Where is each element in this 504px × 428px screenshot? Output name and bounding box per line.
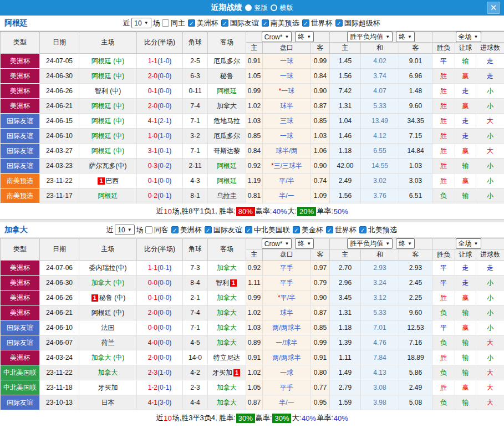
handicap-value: 一球 [280,72,293,80]
result-handicap: 输 [455,54,476,69]
recent-count-select[interactable]: 10 [131,18,151,28]
horizontal-radio-label[interactable]: 横版 [280,3,293,13]
avg-win-odds: 1.46 [330,129,361,144]
avg-win-odds: 1.56 [330,69,361,84]
home-team: 加拿大 [79,365,137,380]
avg-lose-odds: 5.86 [399,365,432,380]
home-team: 阿根廷 (中) [79,114,137,129]
competition-badge: 美洲杯 [1,69,40,84]
halftime-score: (0-1) [157,384,171,391]
competition-checkbox[interactable]: ✓ [171,226,179,233]
avg-time-select[interactable]: 终 [396,238,415,249]
same-venue-checkbox[interactable] [145,226,152,233]
vertical-radio[interactable] [245,4,252,11]
corners: 2-11 [183,159,208,174]
odds-time-select[interactable]: 终 [295,238,314,249]
home-team: 加拿大 (中) [79,350,137,365]
col-header-away: 客场 [208,238,246,261]
halftime-score: (0-0) [157,294,171,302]
avg-odds-select[interactable]: 胜平负均值 [347,32,393,42]
same-venue-label: 同主 [171,18,185,28]
away-team: 危地马拉 [208,114,246,129]
avg-odds-select[interactable]: 胜平负均值 [347,238,393,249]
col-header-handicap: 盘口 [263,43,311,54]
recent-count-select[interactable]: 10 [115,225,134,235]
competition-checkbox[interactable]: ✓ [221,19,228,27]
away-odds: 0.97 [311,261,330,276]
col-header-result: 胜负 [432,43,455,54]
halftime-score: (0-0) [157,309,171,317]
competition-label: 国际友谊 [213,225,242,235]
fulltime-score: 0-0 [148,279,157,287]
col-header-let: 让球 [455,43,476,54]
avg-lose-odds: 2.25 [399,291,432,305]
home-team-name: 加拿大 [98,369,118,376]
scope-select[interactable]: 全场 [456,238,481,249]
summary-part: 40% [272,207,287,216]
halftime-score: (0-1) [157,147,171,155]
summary-part: 80% [236,207,255,216]
avg-lose-odds: 9.01 [399,54,432,69]
away-team-name: 危地马拉 [213,117,240,125]
competition-badge: 美洲杯 [1,291,40,305]
competition-checkbox[interactable]: ✓ [302,19,309,27]
avg-draw-odds: 7.84 [361,350,399,365]
home-odds: 0.85 [246,129,263,144]
col-header-goals: 进球数 [476,249,504,261]
competition-checkbox[interactable]: ✓ [326,226,333,233]
match-date: 23-11-17 [40,188,79,203]
same-venue-checkbox[interactable] [162,19,169,27]
competition-checkbox[interactable]: ✓ [188,19,195,27]
avg-win-odds: 1.31 [330,99,361,114]
match-row: 国际友谊24-06-10阿根廷 (中)1-0(1-0)3-2厄瓜多尔0.85一球… [1,129,504,144]
away-team: 乌拉圭 [208,188,246,203]
col-header-score: 比分(半场) [137,32,183,54]
score: 2-0(0-0) [137,305,183,320]
halftime-score: (0-0) [157,87,171,95]
summary-part: 赢率: [256,206,272,216]
match-date: 24-06-21 [40,305,79,320]
match-date: 23-10-13 [40,395,79,410]
home-team-name: 牙买加 [98,384,118,391]
avg-draw-odds: 7.01 [361,320,399,335]
avg-lose-odds: 3.03 [399,174,432,188]
odds-source-select[interactable]: Crow* [262,32,292,42]
avg-win-odds: 1.11 [330,350,361,365]
avg-time-select[interactable]: 终 [396,32,415,42]
result-wdl: 负 [432,395,455,410]
result-handicap: 赢 [455,174,476,188]
competition-checkbox[interactable]: ✓ [293,226,300,233]
away-team-name: 牙买加 [212,369,232,376]
avg-lose-odds: 7.15 [399,129,432,144]
handicap-value: 三/三球半 [274,162,302,170]
competition-checkbox[interactable]: ✓ [262,19,269,27]
odds-time-select[interactable]: 终 [295,32,314,42]
horizontal-radio[interactable] [271,4,277,11]
away-odds: 1.09 [311,188,330,203]
match-row: 美洲杯24-06-21阿根廷 (中)2-0(0-0)7-4加拿大1.02球半0.… [1,305,504,320]
avg-win-odds: 1.18 [330,320,361,335]
competition-checkbox[interactable]: ✓ [335,19,343,27]
odds-source-select[interactable]: Crow* [262,238,292,249]
away-team-name: 哥斯达黎 [213,147,240,155]
handicap-value: 半/一 [279,192,294,200]
corners: 4-4 [183,395,208,410]
competition-checkbox[interactable]: ✓ [205,226,212,233]
competition-label: 美金杯 [302,225,323,235]
summary-part: 大: [292,413,301,423]
competition-checkbox[interactable]: ✓ [359,226,366,233]
away-team: 加拿大 [208,395,246,410]
corners: 3-2 [183,129,208,144]
score: 2-0(0-0) [137,350,183,365]
score: 4-1(2-1) [137,114,183,129]
fulltime-score: 3-1 [148,147,157,155]
competition-checkbox[interactable]: ✓ [245,226,252,233]
competition-badge: 美洲杯 [1,54,40,69]
close-icon[interactable]: ✕ [487,2,500,14]
handicap-value: 平手 [280,279,293,287]
scope-select[interactable]: 全场 [456,32,481,42]
vertical-radio-label[interactable]: 竖版 [254,3,268,13]
match-row: 国际友谊24-06-07荷兰4-0(0-0)4-5加拿大0.89一/球半0.99… [1,335,504,350]
home-odds: 0.92 [246,159,263,174]
match-date: 24-06-21 [40,99,79,114]
